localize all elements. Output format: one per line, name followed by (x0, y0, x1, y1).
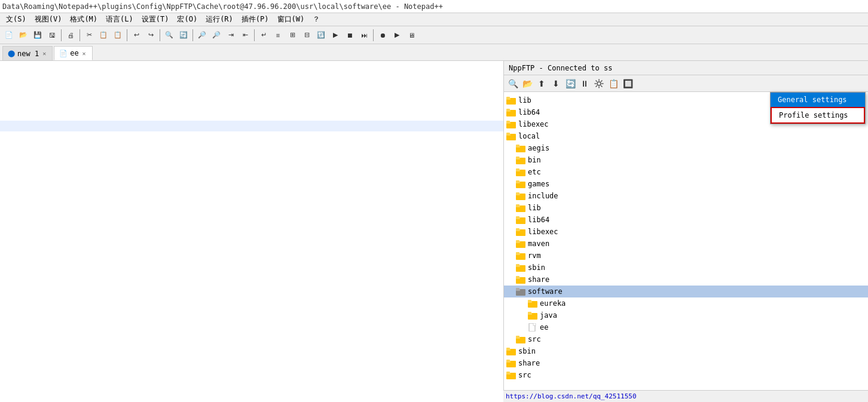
svg-rect-62 (516, 336, 519, 337)
ftp-btn-up[interactable]: ⬆ (535, 77, 548, 90)
ftp-btn-settings[interactable] (592, 77, 606, 90)
toolbar-indent2[interactable]: ⊞ (286, 29, 299, 42)
folder-icon (506, 120, 516, 128)
svg-rect-54 (528, 300, 531, 302)
toolbar-record[interactable]: ⏺ (376, 29, 389, 42)
tree-item-label: share (528, 275, 549, 284)
toolbar-cut[interactable]: ✂ (82, 29, 96, 42)
tree-item[interactable]: ee (504, 321, 868, 333)
toolbar-paste[interactable]: 📋 (111, 29, 124, 42)
settings-profile[interactable]: Profile settings (771, 107, 865, 124)
tab-new1-close[interactable]: ✕ (41, 50, 47, 57)
tab-ee-close[interactable]: ✕ (81, 50, 87, 57)
svg-rect-3 (506, 97, 510, 99)
menu-view[interactable]: 视图(V) (31, 14, 66, 25)
toolbar-open[interactable]: 📂 (17, 29, 30, 42)
toolbar-list[interactable]: ≡ (271, 29, 285, 42)
toolbar-play[interactable]: ▶ (390, 29, 404, 42)
folder-icon (516, 275, 525, 284)
toolbar-outdent[interactable]: ⊟ (300, 29, 313, 42)
menu-window[interactable]: 窗口(W) (274, 14, 308, 25)
svg-rect-30 (516, 204, 519, 206)
title-text: Data\Roaming\Notepad++\plugins\Config\Np… (2, 2, 443, 11)
tree-item[interactable]: src (504, 333, 868, 345)
toolbar-indent[interactable]: ⇥ (224, 29, 237, 42)
folder-icon (516, 180, 525, 188)
toolbar-monitor[interactable]: 🖥 (405, 29, 418, 42)
folder-icon (516, 240, 525, 248)
toolbar-step[interactable]: ⏭ (357, 29, 371, 42)
menu-file[interactable]: 文(S) (2, 14, 30, 25)
ftp-btn-log[interactable]: 📋 (607, 77, 620, 90)
toolbar-sync[interactable]: 🔃 (314, 29, 328, 42)
toolbar-undo[interactable]: ↩ (130, 29, 143, 42)
menu-help[interactable]: ？ (309, 14, 323, 25)
menu-language[interactable]: 语言(L) (102, 14, 137, 25)
tree-item[interactable]: java (504, 309, 868, 321)
toolbar-run[interactable]: ▶ (329, 29, 342, 42)
ftp-btn-disconnect[interactable]: ⏸ (578, 77, 591, 90)
menu-plugins[interactable]: 插件(P) (238, 14, 273, 25)
tree-item[interactable]: src (504, 369, 868, 381)
folder-icon (528, 311, 537, 320)
toolbar-print[interactable]: 🖨 (64, 29, 77, 42)
svg-rect-15 (516, 145, 519, 146)
tree-item[interactable]: sbin (504, 345, 868, 357)
folder-icon (516, 335, 525, 343)
ftp-btn-refresh[interactable]: 🔍 (506, 77, 519, 90)
tree-item[interactable]: eureka (504, 297, 868, 309)
tree-item[interactable]: games (504, 178, 868, 190)
tree-item[interactable]: software (504, 286, 868, 297)
toolbar-zoom-in[interactable]: 🔎 (195, 29, 209, 42)
tree-item[interactable]: bin (504, 154, 868, 166)
svg-rect-36 (516, 228, 519, 230)
tree-item[interactable]: aegis (504, 142, 868, 154)
tree-item[interactable]: lib (504, 202, 868, 214)
tab-ee[interactable]: 📄 ee ✕ (54, 46, 92, 60)
menu-format[interactable]: 格式(M) (66, 14, 101, 25)
toolbar-copy[interactable]: 📋 (97, 29, 110, 42)
tree-item[interactable]: lib64 (504, 214, 868, 226)
tree-item[interactable]: maven (504, 238, 868, 250)
toolbar-unindent[interactable]: ⇤ (239, 29, 252, 42)
menu-run[interactable]: 运行(R) (202, 14, 237, 25)
tree-item-label: rvm (528, 251, 541, 260)
toolbar-replace[interactable]: 🔄 (177, 29, 190, 42)
ftp-btn-folder[interactable]: 📂 (521, 77, 534, 90)
ftp-btn-connect[interactable]: 🔄 (564, 77, 577, 90)
settings-general[interactable]: General settings (771, 93, 865, 107)
tree-item[interactable]: share (504, 357, 868, 369)
toolbar-wrap[interactable]: ↵ (257, 29, 270, 42)
tree-item[interactable]: share (504, 274, 868, 286)
tab-new1[interactable]: ⬤ new 1 ✕ (2, 46, 53, 60)
menu-settings[interactable]: 设置(T) (138, 14, 173, 25)
toolbar-find[interactable]: 🔍 (163, 29, 176, 42)
toolbar-redo[interactable]: ↪ (144, 29, 157, 42)
toolbar-stop[interactable]: ⏹ (343, 29, 356, 42)
toolbar: 📄 📂 💾 🖫 🖨 ✂ 📋 📋 ↩ ↪ 🔍 🔄 🔎 🔎 ⇥ ⇤ ↵ ≡ ⊞ ⊟ … (0, 26, 868, 44)
toolbar-sep-6 (254, 29, 255, 41)
editor-area[interactable] (0, 61, 503, 402)
toolbar-save[interactable]: 💾 (31, 29, 44, 42)
tree-item[interactable]: sbin (504, 262, 868, 274)
file-tree[interactable]: lib lib64 libexec local aegis bin etc (504, 92, 868, 402)
tree-item-label: sbin (518, 347, 536, 355)
toolbar-zoom-out[interactable]: 🔎 (210, 29, 223, 42)
toolbar-sep-4 (160, 29, 160, 41)
menu-macro[interactable]: 宏(O) (173, 14, 201, 25)
toolbar-sep-7 (373, 29, 374, 41)
ftp-btn-queue[interactable]: 🔲 (621, 77, 634, 90)
tree-item[interactable]: rvm (504, 250, 868, 262)
tree-item[interactable]: libexec (504, 226, 868, 238)
tree-item[interactable]: local (504, 130, 868, 142)
toolbar-saveall[interactable]: 🖫 (45, 29, 59, 42)
tree-item-label: src (528, 335, 541, 343)
folder-icon (516, 156, 525, 164)
ftp-panel: NppFTP - Connected to ss 🔍 📂 ⬆ ⬇ 🔄 ⏸ 📋 🔲… (503, 61, 868, 402)
toolbar-new[interactable]: 📄 (2, 29, 16, 42)
ftp-btn-download[interactable]: ⬇ (549, 77, 563, 90)
ftp-title-text: NppFTP - Connected to ss (509, 64, 612, 72)
tree-item[interactable]: include (504, 190, 868, 202)
tree-item[interactable]: etc (504, 166, 868, 178)
folder-icon (506, 347, 516, 355)
